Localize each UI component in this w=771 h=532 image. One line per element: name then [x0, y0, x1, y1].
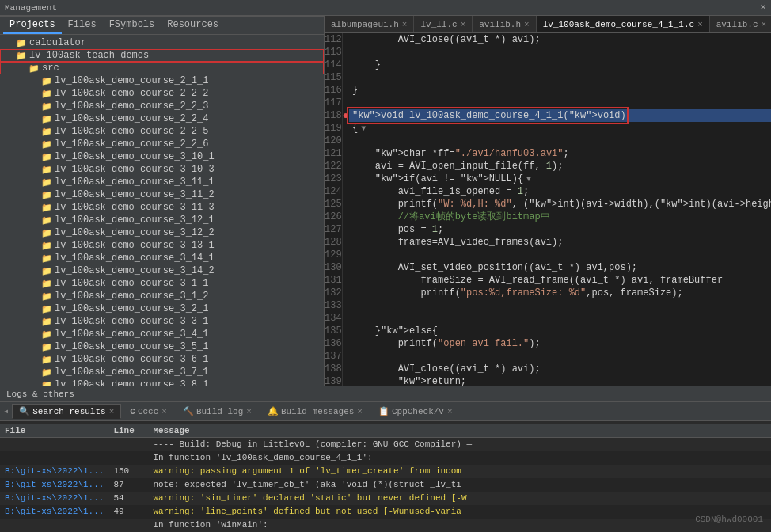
tree-icon: 📁 — [41, 89, 52, 99]
editor-tab[interactable]: albumpageui.h× — [325, 16, 414, 32]
tree-item[interactable]: 📁lv_100ask_demo_course_3_14_1 — [0, 252, 324, 264]
code-editor[interactable]: 112 AVI_close((avi_t *) avi);113114 }115… — [325, 33, 771, 386]
code-line — [349, 312, 771, 325]
tree-item[interactable]: 📁lv_100ask_demo_course_3_11_1 — [0, 176, 324, 188]
code-line: frameSize = AVI_read_frame((avi_t *) avi… — [349, 274, 771, 287]
tree-item[interactable]: 📁lv_100ask_demo_course_2_2_3 — [0, 100, 324, 112]
tree-item[interactable]: 📁lv_100ask_demo_course_3_5_1 — [0, 340, 324, 353]
tree-item[interactable]: 📁lv_100ask_teach_demos — [0, 49, 324, 62]
tree-label: lv_100ask_demo_course_3_4_1 — [55, 329, 208, 340]
tree-icon: 📁 — [41, 317, 52, 327]
tree-item[interactable]: 📁lv_100ask_demo_course_3_12_2 — [0, 226, 324, 239]
tree-item[interactable]: 📁lv_100ask_demo_course_2_2_5 — [0, 125, 324, 138]
bottom-tab-close[interactable]: × — [447, 407, 453, 416]
left-tab-projects[interactable]: Projects — [3, 17, 62, 34]
tree-label: lv_100ask_demo_course_3_5_1 — [55, 341, 208, 352]
bottom-tab[interactable]: 📋CppCheck/V× — [371, 404, 460, 419]
tree-icon: 📁 — [41, 228, 52, 238]
tree-item[interactable]: 📁calculator — [0, 36, 324, 49]
tree-item[interactable]: 📁src — [0, 62, 324, 74]
tree-item[interactable]: 📁lv_100ask_demo_course_3_13_1 — [0, 239, 324, 252]
tree-icon: 📁 — [16, 51, 27, 61]
code-line: "kw">void lv_100ask_demo_course_4_1_1("k… — [349, 109, 771, 122]
bottom-tab-close[interactable]: × — [109, 407, 115, 416]
tree-item[interactable]: 📁lv_100ask_demo_course_2_2_4 — [0, 112, 324, 125]
gutter: ● — [342, 109, 349, 122]
bottom-tab[interactable]: CCccc× — [123, 405, 174, 419]
tree-item[interactable]: 📁lv_100ask_demo_course_3_3_1 — [0, 315, 324, 328]
log-message: In function 'WinMain': — [148, 519, 771, 532]
log-row[interactable]: In function 'lv_100ask_demo_course_4_1_1… — [0, 451, 771, 465]
tree-item[interactable]: 📁lv_100ask_demo_course_2_2_2 — [0, 87, 324, 100]
tree-label: lv_100ask_demo_course_2_2_5 — [55, 126, 208, 137]
bottom-tab[interactable]: 🔍Search results× — [12, 404, 121, 419]
editor-tab[interactable]: avilib.c× — [710, 16, 771, 32]
tree-icon: 📁 — [28, 63, 40, 74]
tree-item[interactable]: 📁lv_100ask_demo_course_3_14_2 — [0, 264, 324, 277]
tree-icon: 📁 — [41, 380, 52, 386]
log-row[interactable]: B:\git-xs\2022\1...150warning: passing a… — [0, 465, 771, 478]
tree-icon: 📁 — [41, 215, 52, 226]
tree-label: lv_100ask_demo_course_3_11_1 — [55, 177, 215, 188]
code-line: avi = AVI_open_input_file(ff, 1); — [349, 160, 771, 173]
fold-icon[interactable]: ▼ — [361, 124, 366, 133]
log-row[interactable]: B:\git-xs\2022\1...87note: expected 'lv_… — [0, 478, 771, 492]
log-row[interactable]: B:\git-xs\2022\1...49warning: 'line_poin… — [0, 505, 771, 519]
log-line — [108, 519, 148, 532]
tree-item[interactable]: 📁lv_100ask_demo_course_3_12_1 — [0, 214, 324, 226]
tree-item[interactable]: 📁lv_100ask_demo_course_3_11_3 — [0, 201, 324, 214]
scroll-left-icon[interactable]: ◂ — [3, 405, 9, 417]
tree-item[interactable]: 📁lv_100ask_demo_course_3_8_1 — [0, 378, 324, 386]
log-line: 150 — [108, 465, 148, 478]
log-row[interactable]: ---- Build: Debug in Littlev0L (compiler… — [0, 438, 771, 452]
bottom-tab[interactable]: 🔨Build log× — [176, 404, 259, 419]
close-button[interactable]: × — [760, 2, 766, 13]
tab-close-icon[interactable]: × — [461, 20, 466, 29]
left-tab-fsymbols[interactable]: FSymbols — [103, 17, 161, 34]
line-number: 131 — [325, 274, 342, 287]
tab-close-icon[interactable]: × — [524, 20, 530, 29]
editor-tab[interactable]: lv_100ask_demo_course_4_1_1.c× — [537, 16, 710, 32]
tree-item[interactable]: 📁lv_100ask_demo_course_3_1_1 — [0, 277, 324, 290]
tree-item[interactable]: 📁lv_100ask_demo_course_2_1_1 — [0, 74, 324, 87]
log-column-header: Line — [108, 424, 148, 438]
left-tab-resources[interactable]: Resources — [161, 17, 225, 34]
log-row[interactable]: B:\git-xs\2022\1...54warning: 'sin_timer… — [0, 492, 771, 505]
bottom-tab-close[interactable]: × — [357, 407, 363, 416]
editor-tab[interactable]: avilib.h× — [473, 16, 536, 32]
code-line: "kw">char *ff="./avi/hanfu03.avi"; — [349, 147, 771, 160]
tab-close-icon[interactable]: × — [697, 20, 703, 29]
log-row[interactable]: In function 'WinMain': — [0, 519, 771, 532]
code-line — [349, 350, 771, 363]
bottom-tab-close[interactable]: × — [246, 407, 252, 416]
bottom-content: FileLineMessage ---- Build: Debug in Lit… — [0, 421, 771, 532]
line-number: 115 — [325, 71, 342, 84]
tab-label: avilib.h — [479, 20, 521, 29]
line-number: 128 — [325, 236, 342, 249]
left-tab-files[interactable]: Files — [62, 17, 103, 34]
tree-item[interactable]: 📁lv_100ask_demo_course_3_6_1 — [0, 353, 324, 366]
line-number: 121 — [325, 147, 342, 160]
fold-icon[interactable]: ▼ — [526, 175, 531, 184]
code-line — [349, 249, 771, 261]
tree-item[interactable]: 📁lv_100ask_demo_course_2_2_6 — [0, 138, 324, 150]
tree-item[interactable]: 📁lv_100ask_demo_course_3_10_1 — [0, 150, 324, 163]
tree-area[interactable]: 📁calculator📁lv_100ask_teach_demos📁src📁lv… — [0, 35, 324, 386]
tab-close-icon[interactable]: × — [402, 20, 408, 29]
editor-tab[interactable]: lv_ll.c× — [414, 16, 473, 32]
title-label: Management — [5, 3, 57, 13]
bottom-tab[interactable]: 🔔Build messages× — [260, 404, 370, 419]
tree-item[interactable]: 📁lv_100ask_demo_course_3_1_2 — [0, 290, 324, 302]
clipboard-icon: 📋 — [378, 406, 389, 416]
tree-label: lv_100ask_demo_course_3_10_3 — [55, 164, 215, 175]
tree-item[interactable]: 📁lv_100ask_demo_course_3_11_2 — [0, 188, 324, 201]
tree-item[interactable]: 📁lv_100ask_demo_course_3_10_3 — [0, 163, 324, 176]
log-file — [0, 451, 108, 465]
tree-icon: 📁 — [41, 266, 52, 276]
tree-item[interactable]: 📁lv_100ask_demo_course_3_2_1 — [0, 302, 324, 315]
tree-item[interactable]: 📁lv_100ask_demo_course_3_7_1 — [0, 366, 324, 378]
tree-item[interactable]: 📁lv_100ask_demo_course_3_4_1 — [0, 328, 324, 340]
tree-label: lv_100ask_demo_course_3_7_1 — [55, 367, 208, 378]
bottom-tab-close[interactable]: × — [161, 407, 167, 416]
tab-close-icon[interactable]: × — [762, 20, 767, 29]
